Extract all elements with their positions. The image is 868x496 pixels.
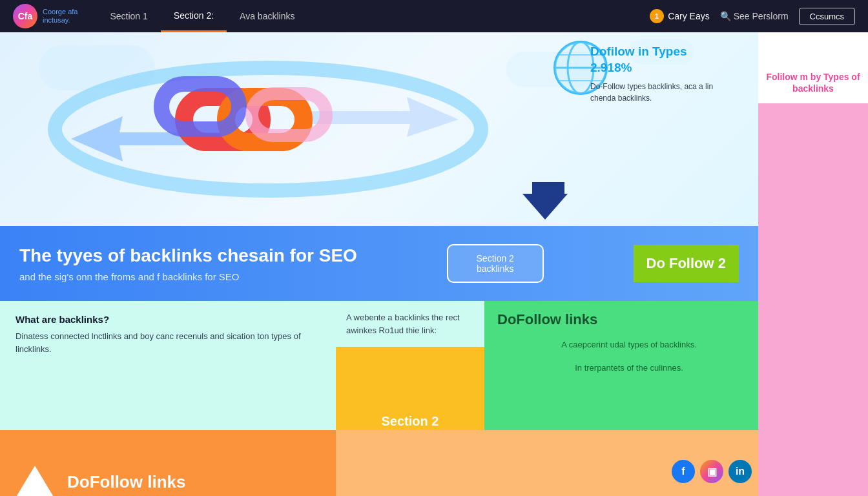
cta-button[interactable]: Ccsumcs <box>799 8 855 25</box>
logo-icon: Cfa <box>13 4 37 28</box>
search-button[interactable]: 🔍 See Perslorm <box>720 11 789 21</box>
user-dot: 1 <box>650 9 664 23</box>
chain-graphic <box>19 39 517 213</box>
right-desc-text: A webente a backlinks the rect awinkes R… <box>346 311 474 336</box>
nav-links: Section 1 Section 2: Ava backlinks <box>97 0 650 32</box>
linkedin-icon[interactable]: in <box>728 460 752 483</box>
facebook-icon[interactable]: f <box>672 460 695 483</box>
sidebar-right: Folilow m by Types of backlinks <box>758 65 868 496</box>
arrow-up-icon <box>16 466 54 496</box>
dofollow-links-label: DoFollow links <box>67 472 185 492</box>
content-left-box: What are backlinks? Dinatess connected l… <box>0 301 336 430</box>
content-left-text: Dinatess connected lnctlinks and boy can… <box>16 330 320 355</box>
section2-button[interactable]: Section 2 backlinks <box>447 244 544 283</box>
hero-section: Dofilow in Types 2.918% Do-Follow types … <box>0 32 758 226</box>
dofollow-green-box: DoFollow links A caepcerint udal types o… <box>484 301 774 430</box>
logo-name: Coorge afa <box>43 8 78 16</box>
user-name: Cary Eays <box>668 11 710 21</box>
logo-area: Cfa Coorge afa inctusay. <box>13 4 78 28</box>
dofollow-green-desc2: In trerpantets of the culinnes. <box>497 362 761 375</box>
content-left-heading: What are backlinks? <box>16 314 320 325</box>
dofollow-desc: Do-Follow types backlinks, aca a lin che… <box>590 81 719 104</box>
instagram-icon[interactable]: ▣ <box>700 460 723 483</box>
sidebar-label: Folilow m by Types of backlinks <box>758 65 868 101</box>
chain-svg <box>19 39 517 207</box>
nav-section1[interactable]: Section 1 <box>97 0 160 32</box>
sidebar-pink-bar <box>758 103 868 496</box>
nav-right: 1 Cary Eays 🔍 See Perslorm Ccsumcs <box>650 8 855 25</box>
navbar: Cfa Coorge afa inctusay. Section 1 Secti… <box>0 0 868 32</box>
blue-heading: The tyyes of backlinks chesain for SEO <box>19 245 357 267</box>
logo-tagline: inctusay. <box>43 16 78 25</box>
content-middle: A webente a backlinks the rect awinkes R… <box>336 301 484 430</box>
blue-subtext: and the sig's onn the froms and f backli… <box>19 271 357 282</box>
content-row: What are backlinks? Dinatess connected l… <box>0 301 758 430</box>
hero-info: Dofilow in Types 2.918% Do-Follow types … <box>590 44 719 104</box>
blue-text-block: The tyyes of backlinks chesain for SEO a… <box>19 245 357 283</box>
content-middle-text: A webente a backlinks the rect awinkes R… <box>336 301 484 347</box>
main-content: Dofilow in Types 2.918% Do-Follow types … <box>0 32 758 496</box>
search-icon: 🔍 <box>720 11 731 21</box>
orange-block: DoFollow links <box>0 430 336 496</box>
search-label: See Perslorm <box>734 11 789 21</box>
blue-section: The tyyes of backlinks chesain for SEO a… <box>0 226 758 301</box>
section2-btn-sub: backlinks <box>464 264 527 274</box>
arrow-down-group <box>529 182 568 220</box>
dofollow-links-heading: DoFollow links <box>497 311 761 328</box>
dofollow-percent: Dofilow in Types 2.918% <box>590 44 719 76</box>
dofollow-green-desc1: A caepcerint udal types of backlinks. <box>497 338 761 351</box>
dofollow2-button[interactable]: Do Follow 2 <box>634 245 739 282</box>
nav-ava-backlinks[interactable]: Ava backlinks <box>227 0 307 32</box>
nav-section2[interactable]: Section 2: <box>161 0 227 32</box>
social-bar: f ▣ in <box>672 460 752 483</box>
logo-text: Coorge afa inctusay. <box>43 8 78 25</box>
bottom-row: DoFollow links <box>0 430 758 496</box>
user-badge: 1 Cary Eays <box>650 9 710 23</box>
section2-btn-label: Section 2 <box>464 253 527 264</box>
